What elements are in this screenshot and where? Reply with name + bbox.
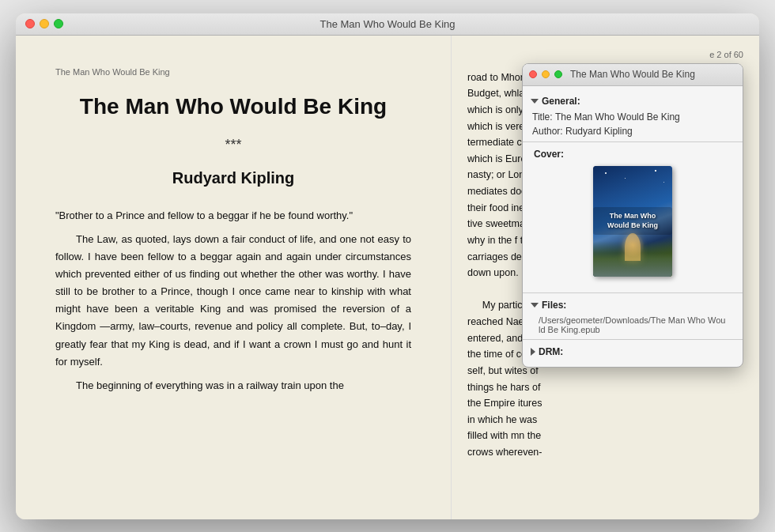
author-value: Rudyard Kipling: [565, 126, 633, 137]
maximize-button[interactable]: [54, 19, 63, 28]
drm-section-header[interactable]: DRM:: [523, 343, 743, 360]
divider-1: [523, 141, 743, 142]
title-row: Title: The Man Who Would Be King: [523, 110, 743, 124]
book-separator: ***: [55, 137, 411, 153]
title-bar: The Man Who Would Be King: [16, 13, 759, 36]
content-area: The Man Who Would Be King The Man Who Wo…: [16, 36, 759, 519]
minimize-button[interactable]: [40, 19, 49, 28]
cover-wrapper: The Man Who Would Be King: [523, 166, 743, 289]
cover-title-text: The Man Who Would Be King: [598, 212, 667, 230]
drm-triangle-icon: [531, 348, 535, 356]
general-triangle-icon: [531, 99, 539, 104]
files-section: Files: /Users/geometer/Downloads/The Man…: [523, 296, 743, 336]
book-body: "Brother to a Prince and fellow to a beg…: [55, 207, 411, 394]
main-window: The Man Who Would Be King The Man Who Wo…: [16, 13, 759, 519]
popup-maximize-button[interactable]: [554, 70, 562, 78]
divider-3: [523, 339, 743, 340]
drm-label: DRM:: [539, 346, 563, 357]
cover-section-header[interactable]: Cover:: [523, 145, 743, 163]
popup-close-button[interactable]: [529, 70, 537, 78]
author-row: Author: Rudyard Kipling: [523, 124, 743, 138]
window-title: The Man Who Would Be King: [319, 18, 455, 30]
general-label: General:: [542, 96, 580, 107]
book-page-header: The Man Who Would Be King: [55, 67, 411, 77]
files-section-header[interactable]: Files:: [523, 296, 743, 314]
close-button[interactable]: [25, 19, 35, 28]
general-section-header[interactable]: General:: [523, 92, 743, 110]
traffic-lights: [25, 19, 63, 28]
popup-title: The Man Who Would Be King: [570, 69, 695, 80]
cover-label: Cover:: [534, 149, 564, 160]
title-value: The Man Who Would Be King: [555, 111, 680, 123]
author-label: Author:: [532, 126, 565, 137]
files-label: Files:: [542, 300, 566, 311]
files-path: /Users/geometer/Downloads/The Man Who Wo…: [523, 314, 743, 336]
divider-2: [523, 292, 743, 293]
popup-body: General: Title: The Man Who Would Be Kin…: [523, 86, 743, 367]
cover-art: The Man Who Would Be King: [593, 166, 672, 277]
book-para-1: The Law, as quoted, lays down a fair con…: [55, 231, 411, 371]
book-main-title: The Man Who Would Be King: [55, 92, 411, 121]
popup-minimize-button[interactable]: [542, 70, 550, 78]
book-cover-image: The Man Who Would Be King: [593, 166, 672, 277]
metadata-popup: The Man Who Would Be King General: Title…: [522, 63, 743, 368]
title-label: Title:: [532, 111, 555, 123]
book-para-2: The beginning of everything was in a rai…: [55, 377, 411, 394]
book-page-left: The Man Who Would Be King The Man Who Wo…: [16, 36, 451, 519]
page-number: e 2 of 60: [467, 47, 743, 62]
book-author: Rudyard Kipling: [55, 169, 411, 187]
book-quote: "Brother to a Prince and fellow to a beg…: [55, 207, 411, 224]
popup-title-bar: The Man Who Would Be King: [523, 64, 743, 86]
cover-title-overlay: The Man Who Would Be King: [593, 207, 672, 235]
files-triangle-icon: [531, 303, 539, 308]
